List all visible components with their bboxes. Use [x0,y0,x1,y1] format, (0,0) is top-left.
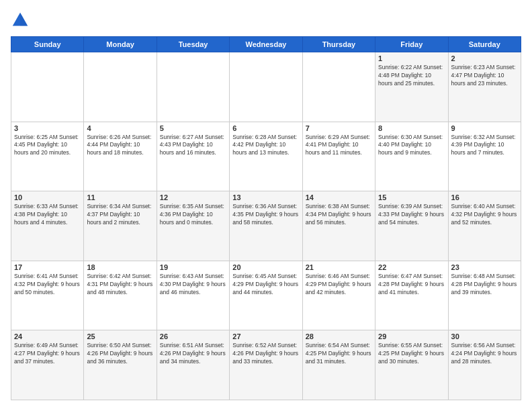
day-number: 24 [14,332,81,340]
calendar-cell: 2Sunrise: 6:23 AM Sunset: 4:47 PM Daylig… [448,52,521,122]
day-info: Sunrise: 6:42 AM Sunset: 4:31 PM Dayligh… [87,273,153,297]
day-info: Sunrise: 6:56 AM Sunset: 4:24 PM Dayligh… [451,342,518,366]
day-number: 17 [14,263,81,271]
day-number: 19 [160,263,226,271]
day-number: 23 [451,263,518,271]
day-info: Sunrise: 6:39 AM Sunset: 4:33 PM Dayligh… [378,203,445,227]
calendar-cell: 15Sunrise: 6:39 AM Sunset: 4:33 PM Dayli… [375,191,448,261]
calendar-cell: 25Sunrise: 6:50 AM Sunset: 4:26 PM Dayli… [84,330,157,400]
calendar-weekday-header: Wednesday [230,37,302,52]
day-number: 8 [378,124,445,132]
calendar-cell: 4Sunrise: 6:26 AM Sunset: 4:44 PM Daylig… [84,122,157,191]
day-info: Sunrise: 6:54 AM Sunset: 4:25 PM Dayligh… [306,342,372,366]
day-number: 27 [232,332,299,340]
day-info: Sunrise: 6:25 AM Sunset: 4:45 PM Dayligh… [14,134,81,158]
day-number: 18 [87,263,153,271]
calendar-cell: 22Sunrise: 6:47 AM Sunset: 4:28 PM Dayli… [375,261,448,330]
day-number: 20 [232,263,299,271]
calendar-cell: 9Sunrise: 6:32 AM Sunset: 4:39 PM Daylig… [448,122,521,191]
day-number: 26 [160,332,226,340]
calendar-cell: 6Sunrise: 6:28 AM Sunset: 4:42 PM Daylig… [230,122,302,191]
day-info: Sunrise: 6:35 AM Sunset: 4:36 PM Dayligh… [160,203,226,227]
day-number: 13 [232,193,299,201]
day-info: Sunrise: 6:48 AM Sunset: 4:28 PM Dayligh… [451,273,518,297]
day-info: Sunrise: 6:40 AM Sunset: 4:32 PM Dayligh… [451,203,518,227]
calendar-cell: 28Sunrise: 6:54 AM Sunset: 4:25 PM Dayli… [302,330,375,400]
calendar-cell: 23Sunrise: 6:48 AM Sunset: 4:28 PM Dayli… [448,261,521,330]
day-info: Sunrise: 6:49 AM Sunset: 4:27 PM Dayligh… [14,342,81,366]
logo-icon [11,11,30,30]
calendar-cell: 27Sunrise: 6:52 AM Sunset: 4:26 PM Dayli… [230,330,302,400]
calendar-cell: 5Sunrise: 6:27 AM Sunset: 4:43 PM Daylig… [157,122,229,191]
day-info: Sunrise: 6:32 AM Sunset: 4:39 PM Dayligh… [451,134,518,158]
calendar-cell [84,52,157,122]
calendar-body: 1Sunrise: 6:22 AM Sunset: 4:48 PM Daylig… [11,52,521,400]
calendar-weekday-header: Friday [375,37,448,52]
calendar-cell: 29Sunrise: 6:55 AM Sunset: 4:25 PM Dayli… [375,330,448,400]
day-info: Sunrise: 6:50 AM Sunset: 4:26 PM Dayligh… [87,342,153,366]
day-info: Sunrise: 6:29 AM Sunset: 4:41 PM Dayligh… [306,134,372,158]
day-info: Sunrise: 6:43 AM Sunset: 4:30 PM Dayligh… [160,273,226,297]
day-number: 4 [87,124,153,132]
calendar-cell: 10Sunrise: 6:33 AM Sunset: 4:38 PM Dayli… [11,191,84,261]
day-info: Sunrise: 6:36 AM Sunset: 4:35 PM Dayligh… [232,203,299,227]
calendar-cell: 21Sunrise: 6:46 AM Sunset: 4:29 PM Dayli… [302,261,375,330]
day-info: Sunrise: 6:45 AM Sunset: 4:29 PM Dayligh… [232,273,299,297]
day-info: Sunrise: 6:30 AM Sunset: 4:40 PM Dayligh… [378,134,445,158]
calendar-weekday-header: Thursday [302,37,375,52]
calendar-cell [302,52,375,122]
calendar-cell: 19Sunrise: 6:43 AM Sunset: 4:30 PM Dayli… [157,261,229,330]
calendar-cell: 18Sunrise: 6:42 AM Sunset: 4:31 PM Dayli… [84,261,157,330]
day-info: Sunrise: 6:38 AM Sunset: 4:34 PM Dayligh… [306,203,372,227]
calendar-weekday-header: Saturday [448,37,521,52]
day-number: 7 [306,124,372,132]
day-number: 2 [451,54,518,62]
day-number: 14 [306,193,372,201]
calendar-cell: 26Sunrise: 6:51 AM Sunset: 4:26 PM Dayli… [157,330,229,400]
day-number: 6 [232,124,299,132]
header [11,11,521,30]
day-info: Sunrise: 6:55 AM Sunset: 4:25 PM Dayligh… [378,342,445,366]
day-info: Sunrise: 6:51 AM Sunset: 4:26 PM Dayligh… [160,342,226,366]
calendar-cell: 3Sunrise: 6:25 AM Sunset: 4:45 PM Daylig… [11,122,84,191]
calendar-week-row: 3Sunrise: 6:25 AM Sunset: 4:45 PM Daylig… [11,122,521,191]
calendar-week-row: 17Sunrise: 6:41 AM Sunset: 4:32 PM Dayli… [11,261,521,330]
day-number: 29 [378,332,445,340]
calendar-cell: 30Sunrise: 6:56 AM Sunset: 4:24 PM Dayli… [448,330,521,400]
day-number: 25 [87,332,153,340]
calendar-cell: 7Sunrise: 6:29 AM Sunset: 4:41 PM Daylig… [302,122,375,191]
calendar-table: SundayMondayTuesdayWednesdayThursdayFrid… [11,36,521,400]
logo [11,11,32,30]
day-info: Sunrise: 6:26 AM Sunset: 4:44 PM Dayligh… [87,134,153,158]
calendar-week-row: 1Sunrise: 6:22 AM Sunset: 4:48 PM Daylig… [11,52,521,122]
calendar-week-row: 10Sunrise: 6:33 AM Sunset: 4:38 PM Dayli… [11,191,521,261]
day-number: 3 [14,124,81,132]
calendar-cell: 16Sunrise: 6:40 AM Sunset: 4:32 PM Dayli… [448,191,521,261]
calendar-cell [157,52,229,122]
calendar-cell: 11Sunrise: 6:34 AM Sunset: 4:37 PM Dayli… [84,191,157,261]
day-number: 10 [14,193,81,201]
day-info: Sunrise: 6:52 AM Sunset: 4:26 PM Dayligh… [232,342,299,366]
day-number: 15 [378,193,445,201]
day-info: Sunrise: 6:46 AM Sunset: 4:29 PM Dayligh… [306,273,372,297]
day-info: Sunrise: 6:23 AM Sunset: 4:47 PM Dayligh… [451,64,518,88]
calendar-cell: 1Sunrise: 6:22 AM Sunset: 4:48 PM Daylig… [375,52,448,122]
calendar-cell: 24Sunrise: 6:49 AM Sunset: 4:27 PM Dayli… [11,330,84,400]
calendar-cell: 8Sunrise: 6:30 AM Sunset: 4:40 PM Daylig… [375,122,448,191]
day-info: Sunrise: 6:33 AM Sunset: 4:38 PM Dayligh… [14,203,81,227]
page: SundayMondayTuesdayWednesdayThursdayFrid… [0,0,532,411]
day-number: 1 [378,54,445,62]
calendar-cell [11,52,84,122]
day-number: 12 [160,193,226,201]
calendar-weekday-header: Monday [84,37,157,52]
calendar-header-row: SundayMondayTuesdayWednesdayThursdayFrid… [11,37,521,52]
calendar-cell: 17Sunrise: 6:41 AM Sunset: 4:32 PM Dayli… [11,261,84,330]
day-number: 22 [378,263,445,271]
day-info: Sunrise: 6:34 AM Sunset: 4:37 PM Dayligh… [87,203,153,227]
calendar-cell: 12Sunrise: 6:35 AM Sunset: 4:36 PM Dayli… [157,191,229,261]
calendar-cell: 13Sunrise: 6:36 AM Sunset: 4:35 PM Dayli… [230,191,302,261]
day-info: Sunrise: 6:47 AM Sunset: 4:28 PM Dayligh… [378,273,445,297]
calendar-cell: 20Sunrise: 6:45 AM Sunset: 4:29 PM Dayli… [230,261,302,330]
day-number: 28 [306,332,372,340]
day-number: 30 [451,332,518,340]
